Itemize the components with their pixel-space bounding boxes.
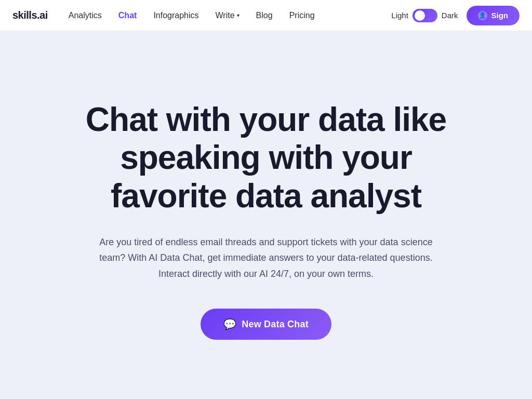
theme-light-label: Light: [391, 11, 408, 20]
hero-section: Chat with your data like speaking with y…: [0, 31, 532, 399]
navbar: skills.ai Analytics Chat Infographics Wr…: [0, 0, 532, 31]
nav-link-chat[interactable]: Chat: [118, 11, 137, 20]
theme-toggle-switch[interactable]: [413, 9, 437, 22]
hero-subtitle: Are you tired of endless email threads a…: [89, 234, 443, 282]
new-data-chat-button[interactable]: 💬 New Data Chat: [201, 309, 331, 340]
nav-link-blog[interactable]: Blog: [256, 11, 273, 20]
nav-links: Analytics Chat Infographics Write ▾ Blog…: [69, 11, 392, 20]
hero-title: Chat with your data like speaking with y…: [58, 101, 474, 216]
user-icon: 👤: [478, 11, 487, 20]
nav-link-write[interactable]: Write ▾: [216, 11, 240, 20]
chat-bubble-icon: 💬: [223, 318, 236, 330]
chevron-down-icon: ▾: [237, 12, 240, 18]
toggle-knob: [415, 10, 425, 21]
nav-link-pricing[interactable]: Pricing: [289, 11, 315, 20]
nav-link-infographics[interactable]: Infographics: [153, 11, 198, 20]
write-label: Write: [216, 11, 235, 20]
nav-right: Light Dark 👤 Sign: [391, 6, 520, 25]
sign-in-button[interactable]: 👤 Sign: [467, 6, 520, 25]
nav-link-analytics[interactable]: Analytics: [69, 11, 102, 20]
theme-dark-label: Dark: [442, 11, 458, 20]
sign-in-label: Sign: [491, 11, 509, 20]
brand-logo[interactable]: skills.ai: [12, 9, 48, 21]
theme-toggle: Light Dark: [391, 9, 458, 22]
cta-label: New Data Chat: [242, 319, 309, 330]
